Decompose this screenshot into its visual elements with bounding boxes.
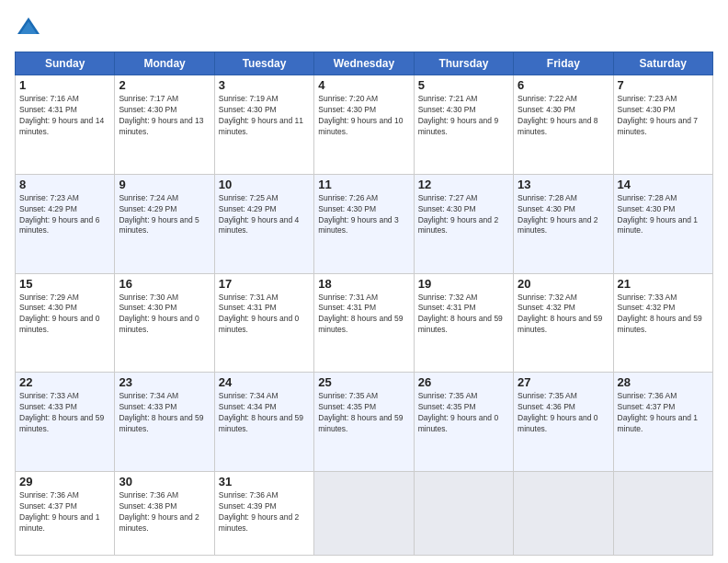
calendar-cell: 27Sunrise: 7:35 AMSunset: 4:36 PMDayligh… [514,373,613,472]
calendar-cell: 13Sunrise: 7:28 AMSunset: 4:30 PMDayligh… [514,174,613,273]
calendar-cell: 17Sunrise: 7:31 AMSunset: 4:31 PMDayligh… [214,273,313,373]
calendar-cell: 30Sunrise: 7:36 AMSunset: 4:38 PMDayligh… [115,472,214,556]
day-number: 7 [618,78,709,92]
calendar-cell: 5Sunrise: 7:21 AMSunset: 4:30 PMDaylight… [414,75,513,175]
day-info: Sunrise: 7:36 AMSunset: 4:37 PMDaylight:… [19,490,110,534]
day-number: 3 [219,78,310,92]
day-info: Sunrise: 7:24 AMSunset: 4:29 PMDaylight:… [119,193,210,237]
day-info: Sunrise: 7:22 AMSunset: 4:30 PMDaylight:… [518,94,609,138]
day-number: 10 [219,178,310,191]
calendar-cell: 29Sunrise: 7:36 AMSunset: 4:37 PMDayligh… [16,472,115,556]
logo-icon [15,15,42,42]
day-number: 27 [518,375,609,389]
header [15,15,713,42]
day-info: Sunrise: 7:32 AMSunset: 4:32 PMDaylight:… [518,293,609,337]
calendar-cell [514,472,613,556]
day-number: 30 [119,475,210,488]
day-info: Sunrise: 7:21 AMSunset: 4:30 PMDaylight:… [418,94,509,138]
calendar-cell: 10Sunrise: 7:25 AMSunset: 4:29 PMDayligh… [214,174,313,273]
day-number: 14 [618,178,709,191]
day-number: 13 [518,178,609,191]
calendar-header-row: SundayMondayTuesdayWednesdayThursdayFrid… [16,52,713,75]
calendar-cell: 31Sunrise: 7:36 AMSunset: 4:39 PMDayligh… [214,472,313,556]
calendar-cell: 28Sunrise: 7:36 AMSunset: 4:37 PMDayligh… [613,373,712,472]
day-number: 23 [119,375,210,389]
day-info: Sunrise: 7:28 AMSunset: 4:30 PMDaylight:… [618,193,709,237]
day-number: 31 [219,475,310,488]
day-header-wednesday: Wednesday [314,52,414,75]
day-number: 6 [518,78,609,92]
calendar-cell: 1Sunrise: 7:16 AMSunset: 4:31 PMDaylight… [16,75,115,175]
day-header-monday: Monday [115,52,214,75]
day-number: 19 [418,277,509,291]
day-info: Sunrise: 7:35 AMSunset: 4:35 PMDaylight:… [418,391,509,435]
calendar-cell: 8Sunrise: 7:23 AMSunset: 4:29 PMDaylight… [16,174,115,273]
calendar-cell: 16Sunrise: 7:30 AMSunset: 4:30 PMDayligh… [115,273,214,373]
day-info: Sunrise: 7:36 AMSunset: 4:37 PMDaylight:… [618,391,709,435]
day-info: Sunrise: 7:31 AMSunset: 4:31 PMDaylight:… [219,293,310,337]
calendar-cell: 18Sunrise: 7:31 AMSunset: 4:31 PMDayligh… [314,273,414,373]
day-number: 22 [19,375,110,389]
day-number: 1 [19,78,110,92]
day-info: Sunrise: 7:35 AMSunset: 4:36 PMDaylight:… [518,391,609,435]
calendar-cell: 20Sunrise: 7:32 AMSunset: 4:32 PMDayligh… [514,273,613,373]
day-info: Sunrise: 7:23 AMSunset: 4:30 PMDaylight:… [618,94,709,138]
day-info: Sunrise: 7:31 AMSunset: 4:31 PMDaylight:… [318,293,409,337]
calendar-table: SundayMondayTuesdayWednesdayThursdayFrid… [15,52,713,556]
day-number: 4 [318,78,409,92]
day-number: 24 [219,375,310,389]
calendar-page: SundayMondayTuesdayWednesdayThursdayFrid… [0,0,728,563]
day-number: 20 [518,277,609,291]
day-number: 12 [418,178,509,191]
calendar-cell: 2Sunrise: 7:17 AMSunset: 4:30 PMDaylight… [115,75,214,175]
day-number: 25 [318,375,409,389]
day-info: Sunrise: 7:17 AMSunset: 4:30 PMDaylight:… [119,94,210,138]
calendar-cell: 23Sunrise: 7:34 AMSunset: 4:33 PMDayligh… [115,373,214,472]
calendar-cell: 15Sunrise: 7:29 AMSunset: 4:30 PMDayligh… [16,273,115,373]
calendar-week-row: 22Sunrise: 7:33 AMSunset: 4:33 PMDayligh… [16,373,713,472]
calendar-cell: 12Sunrise: 7:27 AMSunset: 4:30 PMDayligh… [414,174,513,273]
day-number: 18 [318,277,409,291]
day-info: Sunrise: 7:33 AMSunset: 4:32 PMDaylight:… [618,293,709,337]
calendar-cell: 14Sunrise: 7:28 AMSunset: 4:30 PMDayligh… [613,174,712,273]
calendar-week-row: 29Sunrise: 7:36 AMSunset: 4:37 PMDayligh… [16,472,713,556]
calendar-cell: 4Sunrise: 7:20 AMSunset: 4:30 PMDaylight… [314,75,414,175]
calendar-week-row: 1Sunrise: 7:16 AMSunset: 4:31 PMDaylight… [16,75,713,175]
day-info: Sunrise: 7:36 AMSunset: 4:38 PMDaylight:… [119,490,210,534]
day-number: 21 [618,277,709,291]
day-info: Sunrise: 7:32 AMSunset: 4:31 PMDaylight:… [418,293,509,337]
calendar-cell: 3Sunrise: 7:19 AMSunset: 4:30 PMDaylight… [214,75,313,175]
day-info: Sunrise: 7:35 AMSunset: 4:35 PMDaylight:… [318,391,409,435]
day-info: Sunrise: 7:25 AMSunset: 4:29 PMDaylight:… [219,193,310,237]
calendar-cell: 19Sunrise: 7:32 AMSunset: 4:31 PMDayligh… [414,273,513,373]
logo [15,15,46,42]
calendar-cell: 26Sunrise: 7:35 AMSunset: 4:35 PMDayligh… [414,373,513,472]
day-number: 2 [119,78,210,92]
day-number: 5 [418,78,509,92]
day-number: 15 [19,277,110,291]
day-header-thursday: Thursday [414,52,513,75]
calendar-cell: 22Sunrise: 7:33 AMSunset: 4:33 PMDayligh… [16,373,115,472]
day-info: Sunrise: 7:28 AMSunset: 4:30 PMDaylight:… [518,193,609,237]
calendar-cell: 6Sunrise: 7:22 AMSunset: 4:30 PMDaylight… [514,75,613,175]
day-info: Sunrise: 7:20 AMSunset: 4:30 PMDaylight:… [318,94,409,138]
day-header-friday: Friday [514,52,613,75]
calendar-cell [314,472,414,556]
day-info: Sunrise: 7:30 AMSunset: 4:30 PMDaylight:… [119,293,210,337]
day-number: 11 [318,178,409,191]
day-info: Sunrise: 7:23 AMSunset: 4:29 PMDaylight:… [19,193,110,237]
calendar-cell [414,472,513,556]
calendar-cell: 9Sunrise: 7:24 AMSunset: 4:29 PMDaylight… [115,174,214,273]
day-info: Sunrise: 7:16 AMSunset: 4:31 PMDaylight:… [19,94,110,138]
day-info: Sunrise: 7:27 AMSunset: 4:30 PMDaylight:… [418,193,509,237]
day-info: Sunrise: 7:34 AMSunset: 4:33 PMDaylight:… [119,391,210,435]
day-number: 28 [618,375,709,389]
calendar-cell [613,472,712,556]
day-number: 29 [19,475,110,488]
day-number: 8 [19,178,110,191]
day-number: 16 [119,277,210,291]
day-header-sunday: Sunday [16,52,115,75]
day-info: Sunrise: 7:19 AMSunset: 4:30 PMDaylight:… [219,94,310,138]
day-info: Sunrise: 7:29 AMSunset: 4:30 PMDaylight:… [19,293,110,337]
calendar-week-row: 15Sunrise: 7:29 AMSunset: 4:30 PMDayligh… [16,273,713,373]
